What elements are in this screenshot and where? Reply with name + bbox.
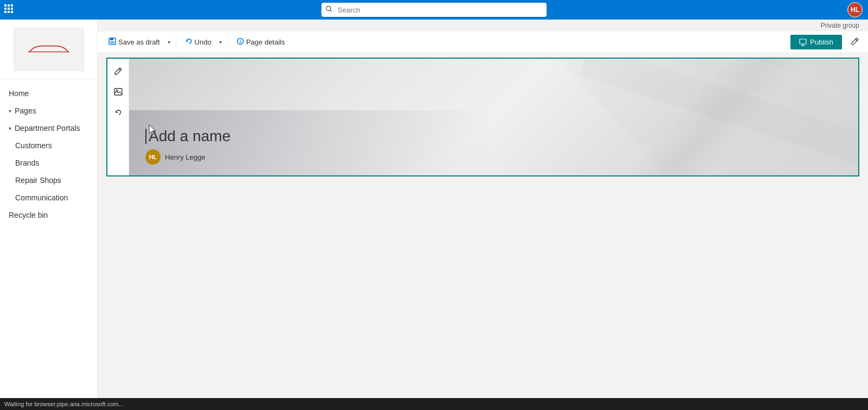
save-draft-label: Save as draft — [118, 38, 160, 46]
customers-label: Customers — [15, 141, 52, 150]
logo-area — [0, 20, 97, 79]
save-draft-icon — [108, 37, 116, 47]
svg-rect-0 — [4, 4, 7, 7]
sidebar-item-pages[interactable]: ▾ Pages — [0, 102, 97, 119]
hero-decoration — [129, 59, 858, 175]
save-draft-dropdown[interactable]: ▾ — [167, 37, 171, 47]
search-input[interactable] — [322, 3, 547, 17]
svg-rect-12 — [110, 38, 113, 40]
dept-chevron-icon: ▾ — [9, 125, 11, 131]
text-cursor — [145, 129, 146, 144]
hero-title[interactable]: Add a name — [145, 128, 231, 145]
user-avatar[interactable]: HL — [847, 2, 863, 17]
pages-label: Pages — [15, 106, 36, 115]
content-area: Private group Save as draft ▾ — [98, 20, 868, 410]
hero-tools — [107, 59, 129, 175]
svg-rect-13 — [110, 41, 114, 42]
svg-point-17 — [240, 40, 241, 41]
svg-point-9 — [327, 7, 331, 11]
undo-dropdown[interactable]: ▾ — [218, 37, 223, 47]
svg-line-21 — [856, 39, 857, 41]
page-details-icon — [237, 37, 244, 47]
page-details-button[interactable]: Page details — [232, 35, 290, 49]
author-name: Henry Legge — [165, 153, 205, 161]
logo-box — [14, 28, 84, 71]
hero-title-text: Add a name — [149, 128, 231, 145]
dept-portals-label: Department Portals — [15, 124, 80, 133]
toolbar: Save as draft ▾ Undo ▾ — [98, 31, 868, 53]
search-bar — [322, 3, 547, 17]
svg-rect-2 — [11, 4, 13, 7]
sidebar-item-repair-shops[interactable]: Repair Shops — [0, 172, 97, 189]
undo-icon — [185, 37, 193, 47]
brands-label: Brands — [15, 159, 39, 167]
repair-shops-label: Repair Shops — [15, 176, 61, 185]
toolbar-sep-1 — [176, 37, 176, 48]
svg-rect-5 — [11, 8, 13, 10]
nav-section: Home ▾ Pages ▾ Department Portals Custom… — [0, 79, 97, 229]
apps-icon[interactable] — [4, 4, 13, 15]
sidebar-item-communication[interactable]: Communication — [0, 189, 97, 206]
sidebar-item-recycle-bin[interactable]: Recycle bin — [0, 206, 97, 224]
hero-edit-button[interactable] — [110, 63, 126, 79]
publish-icon — [799, 39, 807, 46]
hero-image[interactable]: Add a name HL Henry Legge — [129, 59, 858, 175]
publish-label: Publish — [810, 38, 833, 46]
sidebar-item-customers[interactable]: Customers — [0, 137, 97, 154]
undo-label: Undo — [195, 38, 212, 46]
statusbar: Waiting for browser.pipe.aria.microsoft.… — [0, 398, 868, 410]
save-draft-button[interactable]: Save as draft — [104, 35, 164, 49]
private-group-bar: Private group — [98, 20, 868, 31]
search-icon — [326, 6, 333, 14]
svg-rect-23 — [114, 89, 122, 95]
svg-line-22 — [119, 69, 120, 71]
svg-rect-1 — [8, 4, 10, 7]
svg-rect-3 — [4, 8, 7, 10]
pages-chevron-icon: ▾ — [9, 108, 11, 114]
private-group-label: Private group — [821, 22, 859, 29]
undo-button[interactable]: Undo — [181, 35, 216, 49]
svg-rect-8 — [11, 11, 13, 13]
sidebar-item-home[interactable]: Home — [0, 85, 97, 102]
home-label: Home — [9, 89, 29, 98]
author-avatar: HL — [145, 149, 161, 165]
svg-rect-14 — [110, 43, 114, 43]
statusbar-text: Waiting for browser.pipe.aria.microsoft.… — [4, 401, 124, 407]
topbar: HL — [0, 0, 868, 20]
svg-rect-6 — [4, 11, 7, 13]
sidebar: Home ▾ Pages ▾ Department Portals Custom… — [0, 20, 98, 410]
edit-pencil-button[interactable] — [848, 35, 861, 50]
hero-undo-button[interactable] — [110, 104, 126, 121]
recycle-bin-label: Recycle bin — [9, 211, 48, 219]
hero-image-button[interactable] — [110, 84, 126, 100]
svg-rect-4 — [8, 8, 10, 10]
toolbar-sep-2 — [227, 37, 228, 48]
hero-content: Add a name HL Henry Legge — [145, 128, 231, 165]
sidebar-item-department-portals[interactable]: ▾ Department Portals — [0, 119, 97, 137]
edit-pencil-icon — [851, 37, 859, 46]
publish-button[interactable]: Publish — [790, 35, 842, 49]
hero-author: HL Henry Legge — [145, 149, 231, 165]
sidebar-item-brands[interactable]: Brands — [0, 154, 97, 172]
main-layout: Home ▾ Pages ▾ Department Portals Custom… — [0, 20, 868, 410]
page-details-label: Page details — [246, 38, 285, 46]
communication-label: Communication — [15, 193, 68, 202]
svg-rect-18 — [800, 39, 806, 44]
svg-rect-7 — [8, 11, 10, 13]
hero-container: Add a name HL Henry Legge — [106, 58, 859, 176]
page-editor: Add a name HL Henry Legge — [98, 53, 868, 410]
logo-car-icon — [24, 41, 73, 58]
svg-line-10 — [330, 10, 332, 12]
